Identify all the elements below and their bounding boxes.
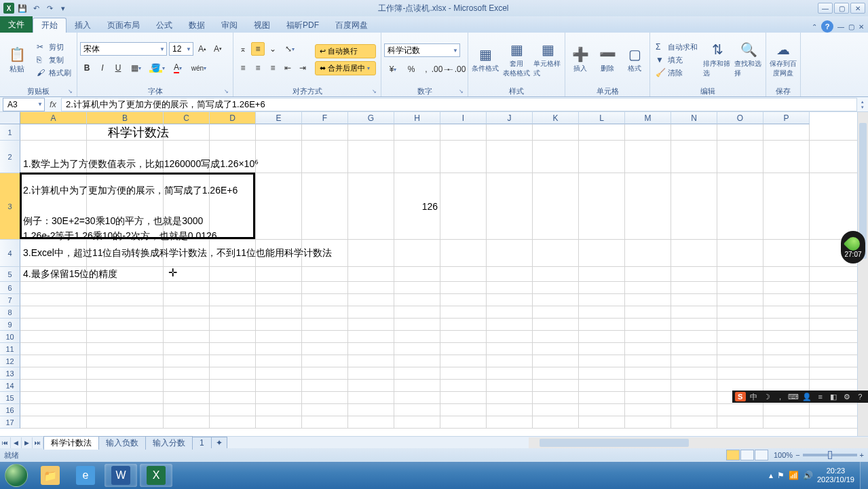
doc-restore-icon[interactable]: ▢ — [848, 23, 854, 31]
cell[interactable] — [256, 343, 302, 355]
cell[interactable] — [87, 392, 164, 404]
cell[interactable] — [348, 141, 394, 173]
cell[interactable] — [533, 267, 579, 282]
cell[interactable] — [210, 355, 256, 367]
sheet-prev-button[interactable]: ◀ — [11, 437, 22, 448]
cell[interactable] — [717, 173, 763, 240]
column-header[interactable]: H — [394, 112, 440, 124]
cell[interactable] — [87, 343, 164, 355]
cell[interactable] — [579, 404, 625, 416]
doc-close-icon[interactable]: ✕ — [858, 23, 864, 31]
cell[interactable] — [625, 267, 671, 282]
sheet-last-button[interactable]: ⏭ — [33, 437, 43, 448]
cell[interactable] — [717, 141, 763, 173]
cell[interactable] — [164, 173, 210, 240]
wrap-text-button[interactable]: ↩自动换行 — [315, 44, 376, 58]
clock[interactable]: 20:23 2023/10/19 — [817, 467, 856, 484]
column-header[interactable]: L — [579, 112, 625, 124]
cell[interactable] — [20, 355, 87, 367]
cell[interactable] — [210, 294, 256, 306]
cell[interactable] — [625, 306, 671, 319]
cell[interactable] — [579, 306, 625, 319]
cell[interactable] — [256, 367, 302, 380]
sheet-tab[interactable]: 1 — [192, 437, 212, 448]
tab-foxit[interactable]: 福昕PDF — [278, 18, 327, 33]
cell[interactable] — [20, 416, 87, 429]
cell[interactable] — [533, 319, 579, 331]
cell[interactable] — [394, 282, 440, 294]
tab-baidu[interactable]: 百度网盘 — [327, 18, 376, 33]
sogou-logo-icon[interactable]: S — [735, 392, 746, 401]
cell[interactable] — [394, 306, 440, 319]
cell[interactable] — [533, 282, 579, 294]
cell[interactable] — [20, 380, 87, 392]
cell[interactable] — [625, 282, 671, 294]
cell[interactable] — [256, 173, 302, 240]
cell[interactable] — [671, 367, 717, 380]
tab-data[interactable]: 数据 — [181, 18, 213, 33]
cell[interactable] — [20, 124, 87, 141]
cell[interactable] — [20, 141, 87, 173]
cell[interactable] — [210, 124, 256, 141]
paste-button[interactable]: 📋 粘贴 — [3, 37, 31, 82]
cell[interactable] — [164, 380, 210, 392]
number-format-select[interactable]: 科学记数▼ — [384, 43, 460, 57]
italic-button[interactable]: I — [96, 61, 109, 75]
cell[interactable] — [20, 392, 87, 404]
align-right-button[interactable]: ≡ — [266, 61, 280, 75]
row-header[interactable]: 16 — [0, 404, 20, 416]
cell[interactable] — [671, 173, 717, 240]
pagelayout-view-button[interactable] — [740, 450, 754, 460]
cell[interactable] — [671, 306, 717, 319]
cell[interactable] — [671, 282, 717, 294]
ime-moon-icon[interactable]: ☽ — [761, 392, 772, 401]
bold-button[interactable]: B — [80, 61, 94, 75]
row-header[interactable]: 5 — [0, 267, 20, 282]
cell[interactable] — [87, 141, 164, 173]
cell[interactable] — [440, 240, 487, 267]
border-button[interactable]: ▦▾ — [127, 61, 146, 75]
sheet-tab[interactable]: 输入负数 — [98, 436, 146, 450]
cell[interactable] — [256, 380, 302, 392]
cell[interactable] — [487, 124, 533, 141]
cell[interactable] — [302, 141, 348, 173]
cell[interactable] — [717, 367, 763, 380]
cell[interactable] — [210, 343, 256, 355]
ime-settings-icon[interactable]: ⚙ — [842, 392, 852, 401]
cell[interactable] — [20, 240, 87, 267]
ime-punct-icon[interactable]: ， — [775, 392, 786, 401]
zoom-level[interactable]: 100% — [774, 451, 793, 459]
insert-cells-button[interactable]: ➕插入 — [568, 37, 592, 82]
row-header[interactable]: 6 — [0, 282, 20, 294]
align-center-button[interactable]: ≡ — [251, 61, 265, 75]
cell[interactable] — [210, 306, 256, 319]
cell[interactable] — [20, 343, 87, 355]
delete-cells-button[interactable]: ➖删除 — [595, 37, 620, 82]
cell[interactable] — [533, 392, 579, 404]
cell[interactable] — [487, 294, 533, 306]
qat-dropdown-icon[interactable]: ▾ — [57, 2, 69, 14]
row-header[interactable]: 4 — [0, 240, 20, 267]
cell[interactable] — [348, 267, 394, 282]
maximize-button[interactable]: ▢ — [834, 3, 849, 14]
format-cells-button[interactable]: ▢格式 — [622, 37, 647, 82]
doc-minimize-icon[interactable]: — — [837, 23, 844, 31]
cell[interactable] — [625, 367, 671, 380]
currency-button[interactable]: ¥▾ — [384, 62, 403, 76]
ime-user-icon[interactable]: 👤 — [801, 392, 812, 401]
sort-filter-button[interactable]: ⇅排序和筛选 — [703, 37, 732, 82]
ime-mode[interactable]: 中 — [749, 392, 759, 401]
cell[interactable] — [87, 367, 164, 380]
cell[interactable] — [625, 319, 671, 331]
fx-icon[interactable]: fx — [45, 99, 61, 109]
column-header[interactable]: N — [671, 112, 717, 124]
tab-insert[interactable]: 插入 — [67, 18, 99, 33]
row-header[interactable]: 7 — [0, 294, 20, 306]
cell[interactable] — [717, 343, 763, 355]
cell[interactable] — [87, 404, 164, 416]
cell[interactable] — [487, 343, 533, 355]
cell[interactable] — [87, 124, 164, 141]
cell[interactable] — [210, 392, 256, 404]
cell[interactable] — [579, 355, 625, 367]
cell[interactable] — [394, 124, 440, 141]
